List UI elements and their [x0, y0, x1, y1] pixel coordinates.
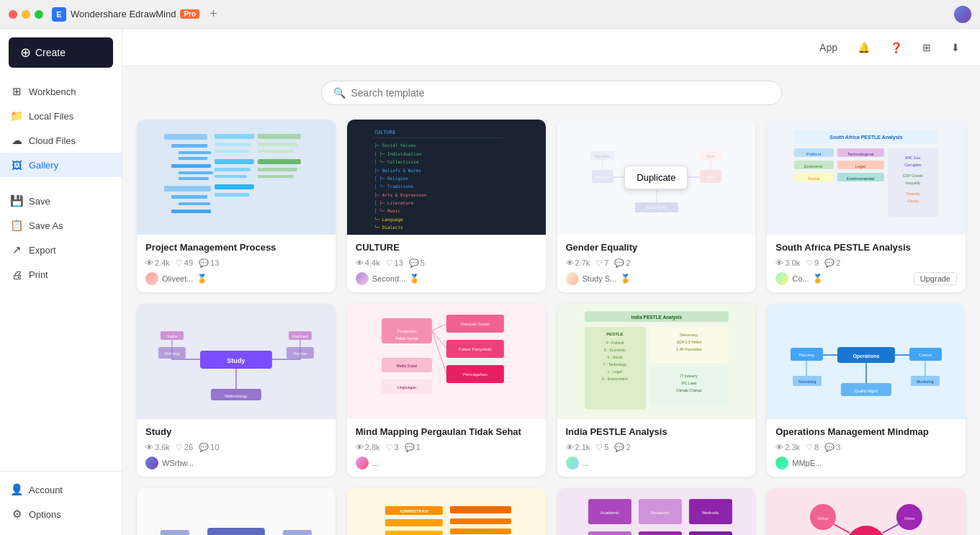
save-icon: 💾: [10, 194, 23, 207]
card-south-africa-pestle[interactable]: South Africa PESTLE Analysis Political E…: [767, 120, 966, 292]
likes-stat: ♡ 3: [386, 443, 399, 452]
svg-rect-179: [638, 531, 681, 535]
sidebar-item-options[interactable]: ⚙ Options: [0, 502, 122, 526]
header-right: App 🔔 ❓ ⊞ ⬇: [814, 39, 966, 56]
duplicate-button[interactable]: Duplicate: [624, 166, 688, 189]
svg-text:Media Sosial: Media Sosial: [396, 364, 417, 368]
svg-text:Pergaulan: Pergaulan: [397, 329, 416, 333]
card-study-top[interactable]: Study Planning Review Methodology: [137, 304, 336, 477]
traffic-lights: [9, 10, 43, 19]
search-input[interactable]: [351, 87, 770, 99]
workbench-label: Workbench: [29, 86, 76, 97]
svg-text:Corruption: Corruption: [904, 163, 922, 167]
svg-rect-26: [373, 138, 503, 138]
card-content: Gender Equality 👁 2.7k ♡ 7 💬 2 Study S..…: [557, 235, 756, 292]
card-gender-equality[interactable]: Gender Equality Women Men Education: [557, 120, 756, 292]
card-aruni[interactable]: Academic Research Methods Analysis Data …: [557, 488, 756, 535]
svg-rect-4: [171, 164, 211, 168]
card-stats: 👁 3.0k ♡ 9 💬 2: [776, 258, 957, 268]
svg-line-108: [432, 331, 446, 374]
svg-rect-7: [164, 186, 211, 192]
download-button[interactable]: ⬇: [945, 39, 966, 56]
svg-rect-19: [258, 134, 301, 139]
svg-point-185: [846, 526, 886, 535]
card-project-management[interactable]: Project Management Process 👁 2.4k ♡ 49 💬…: [137, 120, 336, 292]
svg-text:Outline: Outline: [166, 334, 178, 338]
sidebar-item-save-as[interactable]: 📋 Save As: [0, 213, 122, 238]
author-avatar: [356, 457, 369, 469]
card-footer: WSrbw...: [145, 457, 327, 469]
card-footer: Study S... 🏅: [566, 272, 747, 285]
sidebar-item-gallery[interactable]: 🖼 Gallery: [0, 153, 122, 177]
svg-rect-3: [179, 157, 207, 160]
svg-text:IPC Laws: IPC Laws: [681, 381, 697, 385]
card-content: Operations Management Mindmap 👁 2.3k ♡ 8…: [767, 419, 966, 477]
add-tab-button[interactable]: +: [210, 6, 217, 22]
card-author: Study S... 🏅: [566, 272, 631, 285]
svg-text:Study: Study: [227, 357, 245, 364]
card-image: [137, 120, 336, 235]
author-name: Oliveet...: [162, 274, 193, 283]
app-logo: E: [52, 7, 66, 22]
svg-text:Lingkungan: Lingkungan: [397, 385, 416, 390]
card-culture[interactable]: CULTURE ├─ Social Values │ ├─ Individual…: [347, 120, 546, 292]
gallery-scroll[interactable]: Project Management Process 👁 2.4k ♡ 49 💬…: [122, 120, 980, 535]
create-button[interactable]: ⊕ Create: [9, 37, 113, 68]
grid-button[interactable]: ⊞: [917, 39, 937, 56]
sidebar-item-cloud-files[interactable]: ☁ Cloud Files: [0, 128, 122, 153]
plus-icon: ⊕: [20, 45, 31, 60]
help-button[interactable]: ❓: [884, 39, 908, 56]
author-name: WSrbw...: [162, 459, 194, 467]
card-image: Study Planning Review Methodology: [137, 304, 336, 419]
card-mind-mapping-pergaulan[interactable]: Pergaulan Tidak Sehat Dampak Sosial Fakt…: [347, 304, 546, 477]
svg-text:Social: Social: [808, 176, 819, 181]
sidebar-item-local-files[interactable]: 📁 Local Files: [0, 104, 122, 128]
sidebar-item-account[interactable]: 👤 Account: [0, 477, 122, 502]
user-avatar[interactable]: [954, 6, 971, 23]
card-stats: 👁 2.7k ♡ 7 💬 2: [566, 258, 747, 268]
svg-rect-2: [179, 151, 211, 154]
svg-rect-12: [215, 143, 251, 146]
author-avatar: [776, 272, 788, 285]
svg-rect-24: [258, 175, 294, 178]
card-content: CULTURE 👁 4.4k ♡ 13 💬 5 Second... 🏅: [347, 235, 546, 292]
app-button[interactable]: App: [814, 39, 843, 56]
notification-button[interactable]: 🔔: [852, 39, 876, 56]
svg-line-198: [883, 524, 899, 533]
card-educacion-virtual[interactable]: Educacion Virtual Online Tools Apps Lear…: [767, 488, 966, 535]
card-study-second[interactable]: Study Resources Practice Time Mgmt: [137, 488, 336, 535]
workbench-icon: ⊞: [10, 85, 23, 98]
author-avatar: [145, 272, 158, 285]
card-content: South Africa PESTLE Analysis 👁 3.0k ♡ 9 …: [767, 235, 966, 292]
minimize-button[interactable]: [22, 10, 30, 19]
close-button[interactable]: [9, 10, 17, 19]
card-india-pestle[interactable]: India PESTLE Analysis PESTLE P - Politic…: [557, 304, 756, 477]
upgrade-button[interactable]: Upgrade: [914, 272, 957, 285]
card-ops-management[interactable]: Operations Planning Control Quality Mgmt: [767, 304, 966, 477]
svg-text:Tidak Sehat: Tidak Sehat: [395, 336, 418, 341]
gold-badge-icon: 🏅: [197, 274, 207, 284]
sidebar-item-workbench[interactable]: ⊞ Workbench: [0, 79, 122, 104]
comments-stat: 💬 10: [199, 443, 219, 452]
svg-rect-164: [450, 529, 511, 534]
sidebar-item-save[interactable]: 💾 Save: [0, 189, 122, 213]
views-stat: 👁 3.0k: [776, 258, 800, 267]
card-author: Oliveet... 🏅: [145, 272, 207, 285]
comments-stat: 💬 1: [405, 443, 421, 452]
svg-rect-10: [171, 210, 211, 213]
duplicate-overlay: Duplicate: [557, 120, 756, 235]
maximize-button[interactable]: [35, 10, 43, 19]
save-label: Save: [29, 196, 50, 207]
card-footer: Second... 🏅: [356, 272, 537, 285]
card-image: Pergaulan Tidak Sehat Dampak Sosial Fakt…: [347, 304, 546, 419]
account-label: Account: [29, 485, 63, 495]
sidebar-item-export[interactable]: ↗ Export: [0, 238, 122, 262]
card-image: South Africa PESTLE Analysis Political E…: [767, 120, 966, 235]
card-pengantar[interactable]: ADMINISTRASI ILMU ADM: [347, 488, 546, 535]
create-label: Create: [35, 47, 66, 58]
svg-text:Quality Mgmt: Quality Mgmt: [855, 389, 878, 393]
card-author: ...: [356, 457, 379, 469]
svg-text:Diversity: Diversity: [907, 192, 921, 196]
svg-text:1.4B Population: 1.4B Population: [676, 347, 702, 351]
sidebar-item-print[interactable]: 🖨 Print: [0, 262, 122, 287]
